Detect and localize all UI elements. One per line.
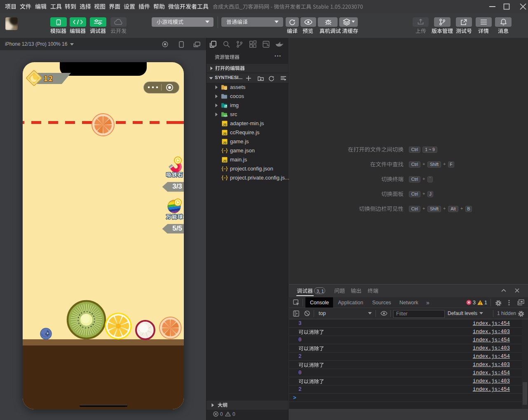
svg-text:JS: JS	[223, 132, 226, 135]
svg-text:JS: JS	[223, 159, 226, 163]
svg-text:JS: JS	[223, 123, 226, 126]
svg-text:JS: JS	[223, 141, 226, 145]
svg-text:</>: </>	[224, 114, 228, 117]
